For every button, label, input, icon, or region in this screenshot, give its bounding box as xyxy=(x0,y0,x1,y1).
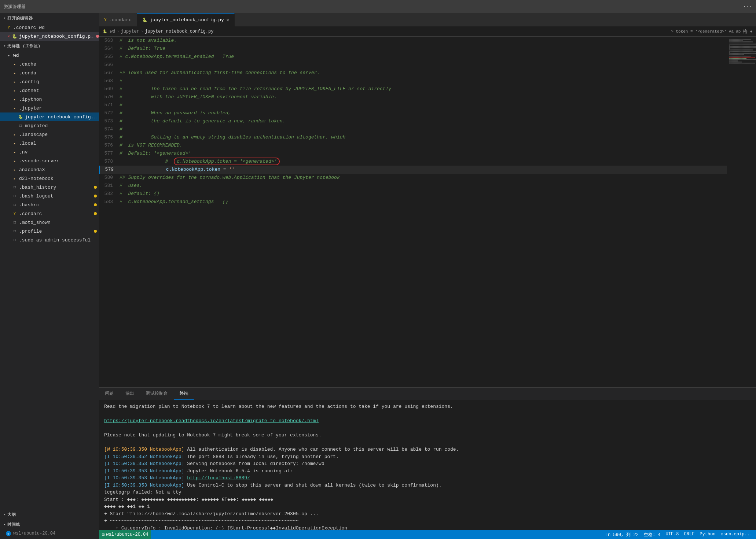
breadcrumb-wd[interactable]: wd xyxy=(110,29,115,34)
workspace-header[interactable]: ▾ 无标题 (工作区) xyxy=(0,41,99,51)
tree-item-dotnet[interactable]: ▸ .dotnet xyxy=(0,86,99,95)
modified-dot-jupyter xyxy=(96,35,99,38)
file-icon-bashrc: □ xyxy=(12,203,18,207)
code-line-572: 572 # When no password is enabled, xyxy=(99,109,727,117)
tree-label-jupyter-config: jupyter_notebook_config.py xyxy=(23,114,99,120)
tree-item-wd[interactable]: ▾ wd xyxy=(0,51,99,60)
close-icon-jupyter[interactable]: ✕ xyxy=(6,34,12,38)
tab-icon-jupyter-config: 🐍 xyxy=(142,18,147,22)
terminal-line-file: + Start "file:///home/wd/.local/share/ju… xyxy=(104,510,751,518)
code-line-569: 569 # The token can be read from the fil… xyxy=(99,85,727,93)
wsl-label: wsl+ubuntu-20.04 xyxy=(13,531,55,536)
code-line-566: 566 xyxy=(99,61,727,69)
status-remote[interactable]: ⊞ wsl+ubuntu-20.04 xyxy=(99,530,151,539)
timeline-header[interactable]: ▸ 时间线 xyxy=(0,520,99,529)
tree-item-vscode-server[interactable]: ▸ .vscode-server xyxy=(0,156,99,165)
tab-icon-condarc: Y xyxy=(104,18,107,22)
open-editor-item-jupyter-config[interactable]: ✕ 🐍 jupyter_notebook_config.py wd · ... xyxy=(0,32,99,41)
terminal-line-tty: tcgetpgrp failed: Not a tty xyxy=(104,489,751,496)
tree-label-bashrc: .bashrc xyxy=(18,202,92,208)
breadcrumb-jupyter[interactable]: jupyter xyxy=(121,29,139,34)
file-icon-migrated: □ xyxy=(18,124,23,128)
file-icon-profile: □ xyxy=(12,229,18,233)
open-editors-header[interactable]: ▾ 打开的编辑器 xyxy=(0,13,99,23)
tree-item-local[interactable]: ▸ .local xyxy=(0,139,99,148)
tree-item-landscape[interactable]: ▸ .landscape xyxy=(0,130,99,139)
wsl-item[interactable]: ⊞ wsl+ubuntu-20.04 xyxy=(0,529,99,538)
tree-item-sudo[interactable]: □ .sudo_as_admin_successful xyxy=(0,236,99,244)
status-eol[interactable]: CRLF xyxy=(684,532,695,538)
outline-chevron: ▸ xyxy=(4,513,6,517)
terminal-line-i5: [I 10:50:39.353 NotebookApp] Use Control… xyxy=(104,482,751,489)
tree-item-ipython[interactable]: ▸ .ipython xyxy=(0,95,99,104)
minimap-content: ████████████████████████████████████████… xyxy=(727,37,756,66)
panel-tab-problems[interactable]: 问题 xyxy=(99,388,120,400)
folder-icon-config: ▸ xyxy=(12,80,18,84)
status-ln-col[interactable]: Ln 590, 列 22 xyxy=(605,532,639,538)
tree-item-nv[interactable]: ▸ .nv xyxy=(0,148,99,156)
tree-item-condarc[interactable]: Y .condarc xyxy=(0,209,99,218)
editor-and-minimap: 563 # is not available. 564 # Default: T… xyxy=(99,37,756,387)
code-line-581: 581 # uses. xyxy=(99,182,727,190)
modified-dot-condarc xyxy=(94,212,97,215)
terminal-content[interactable]: Read the migration plan to Notebook 7 to… xyxy=(99,400,756,530)
minimap-token-hint: > token = '<generated>' xyxy=(671,29,727,34)
terminal-line-i4: [I 10:50:39.353 NotebookApp] http://loca… xyxy=(104,475,751,482)
code-line-579: 579 c.NotebookApp.token = '' xyxy=(99,166,727,174)
tree-item-migrated[interactable]: □ migrated xyxy=(0,121,99,130)
breadcrumb-file[interactable]: jupyter_notebook_config.py xyxy=(145,29,213,34)
outline-header[interactable]: ▸ 大纲 xyxy=(0,510,99,520)
status-csdn[interactable]: csdn.epip... xyxy=(721,532,752,538)
tree-label-config: .config xyxy=(18,79,99,85)
code-editor[interactable]: 563 # is not available. 564 # Default: T… xyxy=(99,37,727,387)
tree-label-profile: .profile xyxy=(18,229,92,234)
terminal-line-codes: ◆◆◆◆ ◆◆ ◆◆1 ◈◆ 1 xyxy=(104,503,751,510)
folder-icon-vscode-server: ▸ xyxy=(12,159,18,163)
tree-label-wd: wd xyxy=(12,53,99,58)
status-encoding[interactable]: UTF-8 xyxy=(666,532,679,538)
folder-icon-d2l: ▸ xyxy=(12,176,18,181)
status-language[interactable]: Python xyxy=(700,532,715,538)
panel-tab-output[interactable]: 输出 xyxy=(120,388,140,400)
code-line-565: 565 # c.NotebookApp.terminals_enabled = … xyxy=(99,53,727,61)
panel-tab-terminal[interactable]: 终端 xyxy=(174,388,194,400)
tree-item-motd[interactable]: □ .motd_shown xyxy=(0,218,99,227)
status-bar-right: Ln 590, 列 22 空格: 4 UTF-8 CRLF Python csd… xyxy=(605,532,752,538)
code-line-574: 574 # xyxy=(99,125,727,133)
terminal-line-link: https://jupyter-notebook.readthedocs.io/… xyxy=(104,417,751,425)
tree-item-jupyter-config[interactable]: 🐍 jupyter_notebook_config.py xyxy=(0,112,99,121)
tree-label-condarc: .condarc xyxy=(18,211,92,217)
top-bar: 资源管理器 ··· xyxy=(0,0,756,13)
editor-container: Y .condarc 🐍 jupyter_notebook_config.py … xyxy=(99,13,756,539)
tree-item-bash-logout[interactable]: □ .bash_logout xyxy=(0,192,99,200)
tab-close-jupyter-config[interactable]: ✕ xyxy=(226,17,229,23)
terminal-line-start: Start : ◆◆◆: ◆◆◆◆◆◆◆◆ ◆◆◆◆◆◆◆◆◆◆: ◆◆◆◆◆◆… xyxy=(104,496,751,503)
minimap: ████████████████████████████████████████… xyxy=(727,37,756,387)
tree-item-profile[interactable]: □ .profile xyxy=(0,227,99,236)
tree-item-conda[interactable]: ▸ .conda xyxy=(0,69,99,77)
tree-item-jupyter[interactable]: ▾ .jupyter xyxy=(0,104,99,112)
file-icon-bash-history: □ xyxy=(12,185,18,189)
minimap-ab: ab xyxy=(736,29,741,34)
timeline-chevron: ▸ xyxy=(4,523,6,527)
folder-icon-ipython: ▸ xyxy=(12,97,18,102)
workspace-chevron: ▾ xyxy=(4,44,6,48)
tab-jupyter-config[interactable]: 🐍 jupyter_notebook_config.py ✕ xyxy=(137,13,235,26)
tree-item-bash-history[interactable]: □ .bash_history xyxy=(0,183,99,192)
open-editor-item-condarc[interactable]: Y .condarc wd xyxy=(0,23,99,32)
panel-tab-debug[interactable]: 调试控制台 xyxy=(140,388,174,400)
tree-label-conda: .conda xyxy=(18,70,99,76)
tree-item-bashrc[interactable]: □ .bashrc xyxy=(0,200,99,209)
status-spaces[interactable]: 空格: 4 xyxy=(644,532,661,538)
tree-item-anaconda3[interactable]: ▸ anaconda3 xyxy=(0,165,99,174)
tree-item-config[interactable]: ▸ .config xyxy=(0,77,99,86)
tree-item-d2l[interactable]: ▸ d2l-notebook xyxy=(0,174,99,183)
tree-label-sudo: .sudo_as_admin_successful xyxy=(18,237,99,243)
folder-icon-anaconda3: ▸ xyxy=(12,167,18,172)
top-bar-menu[interactable]: ··· xyxy=(743,4,752,10)
workspace-label: 无标题 (工作区) xyxy=(7,43,41,49)
tree-item-cache[interactable]: ▸ .cache xyxy=(0,60,99,69)
tab-condarc[interactable]: Y .condarc xyxy=(99,13,137,26)
tree-label-nv: .nv xyxy=(18,149,99,155)
code-line-563: 563 # is not available. xyxy=(99,37,727,45)
